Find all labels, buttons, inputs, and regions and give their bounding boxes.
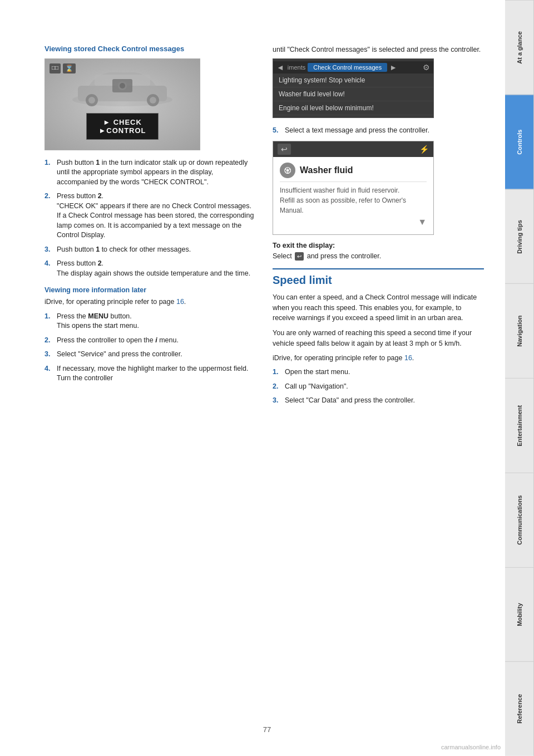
check-control-image: ► CHECK►CONTROL □□ ⌛ [44,58,200,150]
step-3: 3. Push button 1 to check for other mess… [44,245,256,255]
screen-item-2: Washer fluid level low! [273,87,433,101]
exit-display-text: To exit the display: Select ↩ and press … [273,240,484,262]
screen-right-arrow: ► [389,63,397,72]
speed-step-1: 1. Open the start menu. [273,367,484,377]
check-control-screen: ◄ iments Check Control messages ► ⚙ Ligh… [273,58,434,118]
section1-steps: 1. Push button 1 in the turn indicator s… [44,158,256,279]
speed-step-3: 3. Select "Car Data" and press the contr… [273,396,484,406]
step-l4: 4. If necessary, move the highlight mark… [44,364,256,384]
sidebar: At a glance Controls Driving tips Naviga… [505,0,534,756]
settings-icon: ⚙ [423,63,430,72]
washer-fluid-body: Insufficient washer fluid in fluid reser… [280,181,427,229]
instrument-icons: □□ ⌛ [50,63,76,73]
speed-limit-title: Speed limit [273,268,484,287]
washer-fluid-screen: ↩ ⚡ ♼ Washer fluid Insufficient washer f… [273,141,434,235]
scroll-arrow-icon: ▼ [280,215,427,229]
sidebar-tab-navigation[interactable]: Navigation [505,283,534,378]
svg-point-9 [120,83,125,89]
sidebar-tab-at-a-glance[interactable]: At a glance [505,0,534,95]
step-4: 4. Press button 2.The display again show… [44,259,256,278]
washer-fluid-title: Washer fluid [300,165,353,175]
right-column: until "Check Control messages" is select… [273,45,484,723]
washer-fluid-title-row: ♼ Washer fluid [280,163,427,178]
watermark: carmanualsonline.info [441,744,501,750]
screen-item-1: Lighting system! Stop vehicle [273,73,433,87]
charge-icon: ⚡ [419,145,429,154]
step-l3: 3. Select "Service" and press the contro… [44,350,256,360]
back-arrow-icon: ↩ [278,144,291,155]
sidebar-tab-entertainment[interactable]: Entertainment [505,378,534,473]
section2-title: Viewing more information later [44,286,256,294]
screen-left-arrow: ◄ [276,63,284,72]
speed-limit-para1: You can enter a speed, and a Check Contr… [273,292,484,323]
detail-screen-content: ♼ Washer fluid Insufficient washer fluid… [273,157,433,234]
screen-item-3: Engine oil level below minimum! [273,101,433,115]
svg-point-6 [150,97,156,104]
sidebar-tab-mobility[interactable]: Mobility [505,567,534,662]
speed-limit-steps: 1. Open the start menu. 2. Call up "Navi… [273,367,484,406]
sidebar-tab-reference[interactable]: Reference [505,661,534,756]
speed-step-2: 2. Call up "Navigation". [273,382,484,392]
continued-text: until "Check Control messages" is select… [273,45,484,55]
left-column: Viewing stored Check Control messages [44,45,256,723]
washer-fluid-icon: ♼ [280,163,295,178]
step-l1: 1. Press the MENU button.This opens the … [44,312,256,331]
sidebar-tab-driving-tips[interactable]: Driving tips [505,189,534,284]
speed-limit-para2: You are only warned of reaching this spe… [273,328,484,349]
section2-steps: 1. Press the MENU button.This opens the … [44,312,256,384]
check-control-tab: Check Control messages [308,63,387,72]
svg-point-4 [88,97,95,104]
main-content: Viewing stored Check Control messages [0,0,505,756]
select-back-icon: ↩ [295,252,304,261]
step-1: 1. Push button 1 in the turn indicator s… [44,158,256,188]
idrive-ref-left: iDrive, for operating principle refer to… [44,297,256,307]
screen-top-bar: ◄ iments Check Control messages ► ⚙ [273,61,433,73]
iments-label: iments [288,64,305,71]
detail-screen-topbar: ↩ ⚡ [273,141,433,157]
page-number: 77 [263,725,271,734]
car-silhouette-svg [67,63,178,108]
step5-list: 5. Select a text message and press the c… [273,126,484,136]
check-control-overlay: ► CHECK►CONTROL [86,113,159,140]
step-l2: 2. Press the controller to open the i me… [44,336,256,346]
step-2: 2. Press button 2."CHECK OK" appears if … [44,192,256,240]
idrive-ref-right: iDrive, for operating principle refer to… [273,354,484,364]
step-5: 5. Select a text message and press the c… [273,126,484,136]
section1-title: Viewing stored Check Control messages [44,45,256,54]
sidebar-tab-communications[interactable]: Communications [505,473,534,567]
sidebar-tab-controls[interactable]: Controls [505,95,534,189]
